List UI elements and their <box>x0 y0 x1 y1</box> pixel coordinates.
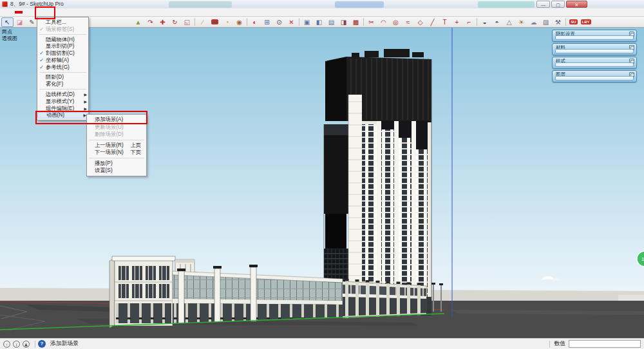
iso-view-icon[interactable]: ◧ <box>313 17 325 27</box>
move-tool-icon[interactable]: ✚ <box>156 17 169 27</box>
menu-item-axes[interactable]: ✓ 坐标轴(A) <box>37 57 88 64</box>
window-controls: —▢✕ <box>536 1 587 8</box>
separator <box>39 72 86 73</box>
3d-viewport[interactable]: 1+ 两点 透视图 阴影设置 材料 样式 <box>0 28 644 338</box>
offset-tool-icon[interactable]: ◎ <box>390 17 402 27</box>
paint-bucket-icon[interactable]: ◉ <box>233 17 245 27</box>
front-view-icon[interactable]: ▣ <box>301 17 313 27</box>
menu-item-section-cut[interactable]: ✓ 剖面切割(C) <box>37 50 88 57</box>
freehand-tool-icon[interactable]: ≈ <box>402 17 414 27</box>
separator <box>247 18 247 26</box>
menu-item-section-planes[interactable]: 显示剖切(P) <box>37 42 88 50</box>
styles-icon[interactable]: ◨ <box>337 17 350 27</box>
main-toolbar: ↖ ◪ ✎ ▲ ↷ ✚ ↻ ◱ ∕ A1 ◔ ◉ ◐ ⊞ ⊙ ✕ ▣ ◧ ▤ ◨… <box>0 17 644 28</box>
view-menu-dropdown: 工具栏... ✓ 场景标签(S) 隐藏物体(H) 显示剖切(P) ✓ 剖面切割(… <box>37 17 89 120</box>
text-tool-icon[interactable]: T <box>439 17 451 27</box>
pan-tool-icon[interactable]: ⊞ <box>261 17 273 27</box>
sketchup-logo-icon <box>2 1 8 7</box>
zoom-tool-icon[interactable]: ⊙ <box>273 17 285 27</box>
scale-tool-icon[interactable]: ◱ <box>181 17 193 27</box>
menu-item-toolbars[interactable]: 工具栏... <box>37 19 88 26</box>
title-bar: 8、9# - SketchUp Pro —▢✕ <box>0 0 644 9</box>
submenu-item-play[interactable]: 播放(P) <box>87 160 146 167</box>
collapsed-panel-strip <box>555 62 634 67</box>
eraser-tool-icon[interactable]: ◪ <box>14 17 26 27</box>
credits-icon[interactable]: i <box>13 341 20 348</box>
separator <box>363 18 364 26</box>
animation-submenu: 添加场景(A) 更新场景(U) 删除场景(D) 上一场景(R) 上页 下一场景(… <box>86 114 147 176</box>
submenu-item-next-scene[interactable]: 下一场景(N) 下页 <box>87 149 146 156</box>
close-button[interactable]: ✕ <box>566 1 587 8</box>
components-icon[interactable]: ▩ <box>350 17 362 27</box>
rotate-tool-icon[interactable]: ↻ <box>169 17 181 27</box>
solid-union-icon[interactable]: ◒ <box>478 17 491 27</box>
menu-item-scene-tabs[interactable]: ✓ 场景标签(S) <box>37 26 88 33</box>
separator <box>549 341 550 348</box>
separator <box>39 34 86 35</box>
collapsed-panel-strip <box>555 49 634 53</box>
arc-tool-icon[interactable]: ◠ <box>377 17 390 27</box>
geolocation-icon[interactable]: ↑ <box>3 341 10 348</box>
collapsed-panel-strip <box>555 35 634 40</box>
section-plane-icon[interactable]: ✂ <box>365 17 377 27</box>
submenu-arrow-icon: ▶ <box>81 106 87 111</box>
submenu-arrow-icon: ▶ <box>81 92 87 97</box>
top-view-icon[interactable]: ▤ <box>325 17 337 27</box>
menu-item-face-style[interactable]: 显示模式(Y) ▶ <box>37 98 88 105</box>
checkmark-icon: ✓ <box>37 64 46 70</box>
submenu-item-settings[interactable]: 设置(S) <box>87 167 146 174</box>
tape-measure-icon[interactable]: ∕ <box>196 17 209 27</box>
checkmark-icon: ✓ <box>37 50 46 56</box>
pushpull-tool-icon[interactable]: ▲ <box>132 17 144 27</box>
solid-subtract-icon[interactable]: ◓ <box>491 17 503 27</box>
tray-panel-layers[interactable]: 图层 <box>552 70 637 82</box>
menu-item-animation[interactable]: 动画(N) ▶ <box>37 112 88 119</box>
measurement-input[interactable] <box>569 340 641 348</box>
help-icon[interactable]: ? <box>38 340 46 348</box>
menu-item-fog[interactable]: 雾化(F) <box>37 80 88 88</box>
texture-icon[interactable]: ▨ <box>540 17 552 27</box>
model-scene: 1+ <box>0 28 644 338</box>
separator <box>194 18 195 26</box>
tray-panel-shadow-settings[interactable]: 阴影设置 <box>552 30 637 42</box>
submenu-item-delete-scene[interactable]: 删除场景(D) <box>87 131 146 138</box>
tray-panel-styles[interactable]: 样式 <box>552 57 637 69</box>
warehouse-icon[interactable]: SU <box>567 17 580 27</box>
background-window-ghost <box>478 1 535 8</box>
menu-item-edge-style[interactable]: 边线样式(D) ▶ <box>37 91 88 98</box>
separator <box>565 18 566 26</box>
extension-library-icon[interactable]: LBY <box>580 17 592 27</box>
soften-edges-icon[interactable]: △ <box>503 17 515 27</box>
submenu-item-add-scene[interactable]: 添加场景(A) <box>87 116 146 124</box>
dimension-tool-icon[interactable]: A1 <box>209 17 221 27</box>
menu-item-shadows[interactable]: 阴影(D) <box>37 74 88 81</box>
separator <box>89 140 144 140</box>
polygon-tool-icon[interactable]: ◇ <box>414 17 426 27</box>
zoom-extents-icon[interactable]: ✕ <box>285 17 298 27</box>
settings-tool-icon[interactable]: ⚒ <box>552 17 564 27</box>
protractor-tool-icon[interactable]: ◔ <box>221 17 233 27</box>
maximize-button[interactable]: ▢ <box>551 1 565 8</box>
orbit-tool-icon[interactable]: ◐ <box>249 17 261 27</box>
submenu-item-prev-scene[interactable]: 上一场景(R) 上页 <box>87 142 146 149</box>
submenu-arrow-icon: ▶ <box>81 99 87 104</box>
tray-panel-materials[interactable]: 材料 <box>552 43 637 55</box>
axes-tool-icon[interactable]: + <box>451 17 463 27</box>
minimize-button[interactable]: — <box>536 1 550 8</box>
dims-tool-icon[interactable]: ⌐ <box>463 17 475 27</box>
menu-item-component-edit[interactable]: 组件编辑(E) ▶ <box>37 105 88 112</box>
sign-in-icon[interactable]: ♟ <box>23 341 30 348</box>
fog-toggle-icon[interactable]: ☁ <box>527 17 540 27</box>
menu-bar <box>0 8 644 17</box>
shadows-toggle-icon[interactable]: ☀ <box>515 17 527 27</box>
submenu-item-update-scene[interactable]: 更新场景(U) <box>87 124 146 131</box>
background-window-ghost <box>335 1 384 8</box>
line-tool-icon[interactable]: ╱ <box>426 17 439 27</box>
separator <box>89 158 144 158</box>
menu-item-hidden-geometry[interactable]: 隐藏物体(H) <box>37 36 88 43</box>
checkmark-icon: ✓ <box>37 57 46 63</box>
select-tool-icon[interactable]: ↖ <box>1 17 14 27</box>
right-tray: 阴影设置 材料 样式 图层 <box>552 30 637 84</box>
followme-tool-icon[interactable]: ↷ <box>144 17 156 27</box>
menu-item-guides[interactable]: ✓ 参考线(G) <box>37 64 88 71</box>
